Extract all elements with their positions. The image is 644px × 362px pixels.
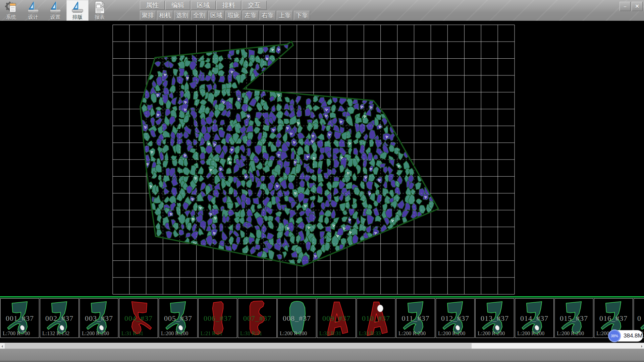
- piece-lr-values: L:200 R:200: [478, 330, 505, 337]
- tool-button-1[interactable]: 聚排: [140, 11, 156, 20]
- titlebar: 系统 设计 设置 排版 报表 属性编辑区域排料交互 聚排相机选割全割区域瑕疵左靠…: [0, 0, 644, 21]
- memory-badge: 38% 384.8M: [608, 329, 643, 342]
- tool-button-7[interactable]: 左靠: [243, 11, 259, 20]
- tool-button-2[interactable]: 相机: [157, 11, 173, 20]
- app-button-2[interactable]: 设计: [22, 0, 44, 21]
- nesting-app-window: { "window": {"minimize_glyph": "–", "clo…: [0, 0, 644, 362]
- tool-button-3[interactable]: 选割: [174, 11, 190, 20]
- scroll-left-arrow-icon[interactable]: ‹: [0, 343, 5, 349]
- piece-name: 0: [637, 314, 644, 323]
- menu-tab-2[interactable]: 编辑: [165, 1, 190, 10]
- piece-filmstrip: 001_#37 L:700 R:700 002_#37 L:132 R:132 …: [0, 296, 644, 343]
- app-button-4[interactable]: 排版: [66, 0, 89, 21]
- app-button-label: 排版: [72, 14, 83, 20]
- horizontal-scrollbar[interactable]: ‹ ›: [0, 343, 644, 349]
- app-button-label: 设计: [28, 14, 38, 20]
- filmstrip-thumbnail-11[interactable]: 011_#37 L:200 R:200: [396, 298, 435, 338]
- piece-name: 005_#37: [159, 314, 197, 323]
- app-button-3[interactable]: 设置: [44, 0, 66, 21]
- piece-name: 002_#37: [40, 314, 78, 323]
- set-square-icon: [26, 1, 40, 14]
- piece-lr-values: L:200 R:200: [398, 330, 426, 337]
- nesting-canvas[interactable]: [0, 21, 644, 296]
- menu-tab-5[interactable]: 交互: [242, 1, 267, 10]
- piece-name: 001_#37: [1, 314, 39, 323]
- piece-name: 004_#37: [119, 314, 158, 323]
- piece-lr-values: L:200 R:200: [438, 330, 465, 337]
- minimize-button[interactable]: –: [620, 2, 631, 11]
- tool-button-4[interactable]: 全割: [191, 11, 207, 20]
- filmstrip-thumbnail-5[interactable]: 005_#37 L:200 R:200: [159, 298, 198, 338]
- filmstrip-thumbnail-3[interactable]: 003_#37 L:200 R:200: [79, 298, 118, 338]
- piece-name: 016_#37: [594, 314, 633, 323]
- set-square-icon: [49, 1, 62, 14]
- close-button[interactable]: ✕: [632, 2, 643, 11]
- app-button-1[interactable]: 系统: [0, 0, 22, 21]
- menu-tab-3[interactable]: 区域: [191, 1, 216, 10]
- filmstrip-thumbnail-9[interactable]: 009_#37 L:32 R:31: [317, 298, 356, 338]
- piece-name: 015_#37: [555, 314, 593, 323]
- piece-name: 010_#37: [357, 314, 395, 323]
- filmstrip-thumbnail-12[interactable]: 012_#37 L:200 R:200: [436, 298, 475, 338]
- filmstrip-thumbnail-8[interactable]: 008_#37 L:200 R:200: [277, 298, 316, 338]
- memory-percent-circle: 38%: [608, 329, 621, 342]
- piece-lr-values: L:200 R:200: [517, 330, 544, 337]
- scroll-right-arrow-icon[interactable]: ›: [639, 343, 644, 349]
- app-button-label: 设置: [50, 14, 60, 20]
- menu-tab-4[interactable]: 排料: [216, 1, 241, 10]
- piece-name: 006_#37: [199, 314, 237, 323]
- status-bar: [0, 349, 644, 362]
- piece-lr-values: L:700 R:700: [3, 330, 30, 337]
- piece-lr-values: L:200 R:200: [161, 330, 188, 337]
- menu-tab-row: 属性编辑区域排料交互: [140, 1, 267, 10]
- filmstrip-thumbnail-13[interactable]: 013_#37 L:200 R:200: [475, 298, 514, 338]
- filmstrip-thumbnail-14[interactable]: 014_#37 L:200 R:200: [515, 298, 554, 338]
- tool-button-9[interactable]: 上靠: [277, 11, 293, 20]
- piece-lr-values: L:21 R:21: [201, 330, 222, 337]
- gear-icon: [4, 1, 18, 14]
- piece-lr-values: L:200 R:200: [557, 330, 584, 337]
- app-button-5[interactable]: 报表: [89, 0, 111, 21]
- filmstrip-thumbnail-10[interactable]: 010_#37 L:33 R:33: [357, 298, 395, 338]
- app-button-label: 系统: [6, 14, 16, 20]
- memory-percent: 38%: [611, 334, 618, 338]
- filmstrip-thumbnail-1[interactable]: 001_#37 L:700 R:700: [0, 298, 39, 338]
- tool-button-row: 聚排相机选割全割区域瑕疵左靠右靠上靠下靠: [140, 11, 311, 20]
- set-square-icon: [71, 1, 84, 14]
- piece-name: 011_#37: [396, 314, 435, 323]
- menu-tab-1[interactable]: 属性: [140, 1, 165, 10]
- piece-name: 012_#37: [436, 314, 474, 323]
- filmstrip-green-line: [0, 296, 644, 297]
- piece-lr-values: L:200 R:200: [280, 330, 307, 337]
- filmstrip-thumbnail-6[interactable]: 006_#37 L:21 R:21: [198, 298, 237, 338]
- filmstrip-thumbnail-2[interactable]: 002_#37 L:132 R:132: [40, 298, 79, 338]
- filmstrip-thumbnail-15[interactable]: 015_#37 L:200 R:200: [554, 298, 593, 338]
- piece-lr-values: L:32 R:31: [319, 330, 341, 337]
- piece-lr-values: L:31 R:31: [240, 330, 262, 337]
- filmstrip-thumbnail-4[interactable]: 004_#37 L:31 R:31: [119, 298, 158, 338]
- piece-name: 013_#37: [476, 314, 514, 323]
- memory-size: 384.8M: [624, 333, 643, 339]
- piece-lr-values: L:132 R:132: [42, 330, 69, 337]
- report-icon: [93, 1, 106, 14]
- piece-lr-values: L:200 R:200: [82, 330, 109, 337]
- piece-name: 007_#37: [238, 314, 276, 323]
- piece-name: 003_#37: [80, 314, 118, 323]
- tool-button-10[interactable]: 下靠: [294, 11, 310, 20]
- piece-name: 009_#37: [317, 314, 356, 323]
- tool-button-6[interactable]: 瑕疵: [225, 11, 241, 20]
- piece-name: 008_#37: [278, 314, 316, 323]
- tool-button-5[interactable]: 区域: [208, 11, 224, 20]
- window-controls: – ✕: [620, 2, 643, 11]
- piece-lr-values: L:33 R:33: [359, 330, 381, 337]
- app-button-label: 报表: [95, 14, 105, 20]
- scrollbar-thumb[interactable]: [5, 343, 472, 349]
- piece-name: 014_#37: [515, 314, 553, 323]
- piece-lr-values: L:31 R:31: [121, 330, 143, 337]
- tool-button-8[interactable]: 右靠: [260, 11, 276, 20]
- filmstrip-green-line-2: [0, 298, 644, 298]
- nesting-canvas-area[interactable]: [0, 21, 644, 296]
- filmstrip-thumbnail-7[interactable]: 007_#37 L:31 R:31: [238, 298, 277, 338]
- app-toolbar: 系统 设计 设置 排版 报表: [0, 0, 111, 21]
